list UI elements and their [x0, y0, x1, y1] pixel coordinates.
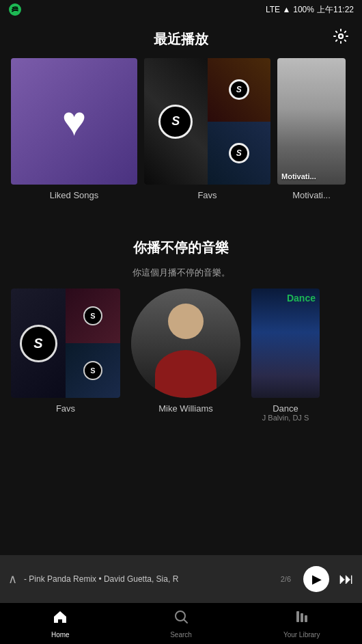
dance-art: Dance	[251, 289, 320, 398]
featured-section: 你播不停的音樂 你這個月播不停的音樂。 S S	[0, 239, 362, 426]
featured-dance-sublabel: J Balvin, DJ S	[262, 414, 309, 422]
svg-rect-7	[305, 615, 307, 622]
spinnin-s2: S	[83, 306, 102, 325]
liked-songs-label: Liked Songs	[50, 190, 99, 200]
favs-cell-topright: S	[208, 58, 271, 122]
chevron-up-icon[interactable]: ∧	[8, 572, 17, 587]
featured-favs-label: Favs	[56, 403, 75, 414]
recent-grid: ♥ Liked Songs S	[11, 58, 351, 200]
play-pause-button[interactable]: ▶	[303, 566, 329, 592]
spinnin-logo-small2: S	[229, 143, 249, 163]
play-triangle-icon: ▶	[312, 572, 322, 587]
spotify-logo-icon	[8, 3, 22, 16]
motivation-art: Motivati...	[277, 58, 346, 185]
nav-library[interactable]: Your Library	[241, 603, 362, 644]
settings-button[interactable]	[329, 25, 352, 48]
search-svg-icon	[173, 608, 189, 625]
featured-dance-item[interactable]: Dance Dance J Balvin, DJ S	[251, 289, 320, 422]
featured-dance-label: Dance	[273, 403, 298, 414]
gear-icon	[333, 28, 349, 44]
motivation-item[interactable]: Motivati... Motivati...	[277, 58, 346, 200]
featured-cell3: S	[66, 343, 120, 398]
nav-home[interactable]: Home	[0, 603, 121, 644]
main-content: 最近播放 ♥ Liked Songs S	[0, 19, 362, 555]
progress-label: 2/6	[281, 575, 291, 583]
nav-home-label: Home	[51, 631, 70, 639]
featured-spinnin-s: S	[20, 325, 57, 362]
playback-controls: ▶ ⏭	[303, 566, 354, 592]
recent-plays-title: 最近播放	[11, 30, 351, 49]
home-svg-icon	[52, 608, 68, 625]
featured-subtitle: 你這個月播不停的音樂。	[11, 267, 351, 279]
home-icon	[52, 608, 68, 629]
motivation-text: Motivati...	[281, 172, 316, 180]
nav-library-label: Your Library	[283, 631, 320, 639]
mike-williams-art	[131, 289, 240, 398]
featured-favs-item[interactable]: S S S Favs	[11, 289, 120, 422]
track-info: - Pink Panda Remix • David Guetta, Sia, …	[24, 574, 274, 584]
status-right: LTE ▲ 100% 上午11:22	[266, 4, 354, 16]
featured-title: 你播不停的音樂	[11, 239, 351, 257]
nav-search[interactable]: Search	[121, 603, 242, 644]
network-indicator: LTE ▲	[266, 5, 290, 14]
favs-collage-art: S S S	[144, 58, 270, 185]
library-icon	[294, 608, 310, 629]
liked-songs-card: ♥	[11, 58, 137, 185]
featured-favs-art: S S S	[11, 289, 120, 398]
person-head	[168, 304, 204, 339]
svg-line-4	[184, 620, 188, 623]
svg-rect-5	[296, 611, 299, 622]
now-playing-bar[interactable]: ∧ - Pink Panda Remix • David Guetta, Sia…	[0, 555, 362, 603]
motivation-label: Motivati...	[292, 190, 331, 200]
favs-cell-bottomright: S	[208, 122, 271, 185]
nav-search-label: Search	[170, 631, 192, 639]
liked-songs-item[interactable]: ♥ Liked Songs	[11, 58, 137, 200]
featured-list: S S S Favs	[11, 289, 351, 426]
featured-cell2: S	[66, 289, 120, 343]
skip-next-button[interactable]: ⏭	[339, 570, 354, 588]
spinnin-logo: S	[158, 105, 193, 139]
status-bar: LTE ▲ 100% 上午11:22	[0, 0, 362, 19]
svg-rect-6	[301, 613, 303, 622]
library-svg-icon	[294, 608, 310, 625]
svg-point-2	[339, 34, 343, 38]
svg-point-0	[9, 3, 21, 16]
time-display: 上午11:22	[317, 4, 354, 16]
spinnin-s3: S	[83, 361, 102, 380]
person-body	[155, 350, 217, 398]
bottom-nav: Home Search Your Library	[0, 603, 362, 644]
featured-mike-item[interactable]: Mike Williams	[131, 289, 240, 422]
heart-icon: ♥	[62, 98, 87, 145]
search-icon	[173, 608, 189, 629]
favs-item[interactable]: S S S	[144, 58, 270, 200]
favs-cell-left: S	[144, 58, 208, 185]
status-left	[8, 3, 22, 16]
favs-label: Favs	[197, 190, 217, 200]
recent-plays-section: 最近播放 ♥ Liked Songs S	[0, 30, 362, 200]
spinnin-logo-small: S	[229, 79, 249, 100]
featured-mike-label: Mike Williams	[158, 403, 212, 414]
battery-indicator: 100%	[293, 5, 314, 14]
dance-text-overlay: Dance	[287, 293, 316, 304]
